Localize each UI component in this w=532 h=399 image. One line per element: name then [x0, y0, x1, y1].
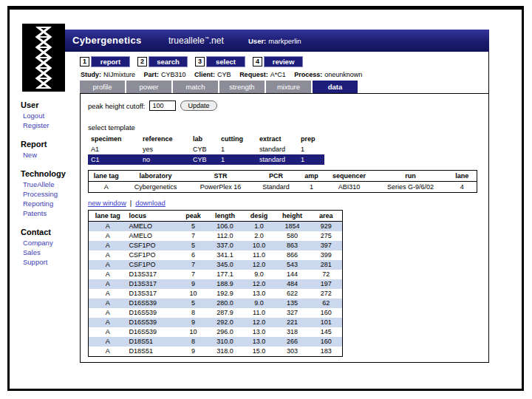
table-cell: A [89, 337, 127, 347]
table-cell: 13.0 [244, 337, 275, 347]
lane-table-head: lane taglaboratorySTRPCRampsequencerrunl… [89, 171, 477, 182]
table-cell: no [140, 154, 190, 165]
table-cell: 1 [218, 154, 256, 165]
report-step-button[interactable]: report [91, 56, 130, 67]
sidebar-link-processing[interactable]: Processing [23, 190, 83, 198]
review-step-button[interactable]: review [264, 56, 303, 67]
table-cell: 106.0 [207, 222, 244, 232]
table-row: AD16S5399292.012.0221101 [89, 318, 343, 327]
step-number-4: 4 [253, 57, 262, 66]
sidebar-link-trueallele[interactable]: TrueAllele [23, 180, 83, 188]
table-cell: 1 [298, 154, 324, 165]
sidebar-title-technology: Technology [21, 169, 83, 178]
column-header: length [207, 211, 244, 222]
peak-height-cutoff-input[interactable] [149, 100, 176, 111]
column-header: STR [188, 171, 254, 182]
table-actions: new window|download [88, 199, 166, 207]
client-field: Client:CYB [194, 71, 231, 78]
tab-strength[interactable]: strength [219, 81, 265, 93]
table-cell: 292.0 [207, 318, 244, 327]
tab-data[interactable]: data [313, 81, 358, 93]
table-cell: 197 [310, 279, 343, 289]
tab-profile[interactable]: profile [80, 81, 125, 93]
table-cell: 7 [180, 270, 207, 279]
part-value: CYB310 [161, 71, 186, 78]
template-table-body: A1yesCYB1standard1C1noCYB1standard1 [88, 144, 324, 165]
column-header: lane [448, 171, 477, 182]
table-row: AD13S3179188.912.0484197 [89, 279, 343, 289]
table-row: AD18S518310.013.0266160 [89, 337, 343, 347]
table-cell: 272 [310, 289, 343, 299]
table-cell: 310.0 [207, 337, 244, 347]
table-row: AAMELO5106.01.01854929 [89, 222, 343, 232]
table-cell: D16S539 [127, 318, 180, 327]
right-divider [488, 52, 489, 95]
table-cell: A [89, 222, 127, 232]
download-link[interactable]: download [135, 199, 166, 207]
update-button[interactable]: Update [180, 100, 216, 111]
sidebar-link-support[interactable]: Support [23, 258, 83, 266]
column-header: extract [256, 134, 298, 144]
table-cell: 327 [275, 308, 310, 318]
sidebar-link-reporting[interactable]: Reporting [23, 200, 83, 208]
table-cell: D13S317 [127, 279, 180, 289]
part-label: Part: [144, 71, 160, 78]
template-table: specimenreferencelabcuttingextractprep A… [88, 134, 324, 165]
new-window-link[interactable]: new window [88, 199, 126, 207]
app-window: Cybergenetics trueallele™.net User:markp… [7, 6, 524, 391]
process-value: oneunknown [324, 71, 362, 78]
table-cell: 280.0 [207, 299, 244, 308]
step-number-3: 3 [195, 57, 205, 66]
table-cell: 318 [275, 327, 310, 337]
sidebar-link-logout[interactable]: Logout [23, 112, 83, 120]
slide-background: Cybergenetics trueallele™.net User:markp… [0, 0, 532, 399]
table-cell: 399 [310, 250, 343, 260]
table-cell: 10.0 [244, 241, 275, 250]
process-field: Process:oneunknown [294, 71, 362, 78]
sidebar-link-company[interactable]: Company [23, 239, 83, 247]
step-select: 3 select [195, 56, 245, 67]
sidebar-link-register[interactable]: Register [23, 121, 83, 129]
sidebar-link-new[interactable]: New [23, 151, 83, 159]
table-cell: 8 [180, 337, 207, 347]
data-table-body: AAMELO5106.01.01854929AAMELO7112.02.0580… [89, 222, 343, 357]
table-row[interactable]: A1yesCYB1standard1 [88, 144, 324, 154]
table-cell: 13.0 [244, 327, 275, 337]
tab-power[interactable]: power [126, 81, 171, 93]
sidebar-link-patents[interactable]: Patents [23, 209, 83, 217]
tab-mixture[interactable]: mixture [266, 81, 311, 93]
table-cell: 10 [180, 327, 207, 337]
table-cell: 5 [180, 241, 207, 250]
table-cell: C1 [88, 154, 140, 165]
column-header: PCR [254, 171, 299, 182]
tab-match[interactable]: match [173, 81, 218, 93]
table-header-row: lane taglocuspeaklengthdesigheightarea [89, 211, 343, 222]
data-table-head: lane taglocuspeaklengthdesigheightarea [89, 211, 343, 222]
select-template-label: select template [88, 123, 135, 132]
select-step-button[interactable]: select [206, 56, 245, 67]
table-cell: 11.0 [244, 308, 275, 318]
main-panel: peak height cutoff: Update select templa… [80, 93, 489, 363]
table-cell: 12.0 [244, 318, 275, 327]
table-cell: 1.0 [244, 222, 275, 232]
table-cell: D16S539 [127, 327, 180, 337]
table-cell: 345.0 [207, 260, 244, 270]
context-bar: Study:NIJmixture Part:CYB310 Client:CYB … [81, 71, 369, 78]
request-value: A*C1 [270, 71, 286, 78]
column-header: lab [190, 134, 218, 144]
client-value: CYB [217, 71, 231, 78]
table-row: ACSF1PO6341.111.0866399 [89, 250, 343, 260]
part-field: Part:CYB310 [144, 71, 186, 78]
table-cell: D13S317 [127, 289, 180, 299]
search-step-button[interactable]: search [149, 56, 188, 67]
table-cell: 484 [275, 279, 310, 289]
table-row: AAMELO7112.02.0580275 [89, 231, 343, 241]
table-cell: 296.0 [207, 327, 244, 337]
sidebar-link-sales[interactable]: Sales [23, 248, 83, 256]
table-row: AD16S5398287.911.0327160 [89, 308, 343, 318]
sidebar-section-contact: Contact Company Sales Support [21, 228, 83, 266]
table-cell: 11.0 [244, 250, 275, 260]
table-row[interactable]: C1noCYB1standard1 [88, 154, 324, 165]
step-search: 2 search [137, 56, 188, 67]
column-header: amp [299, 171, 325, 182]
